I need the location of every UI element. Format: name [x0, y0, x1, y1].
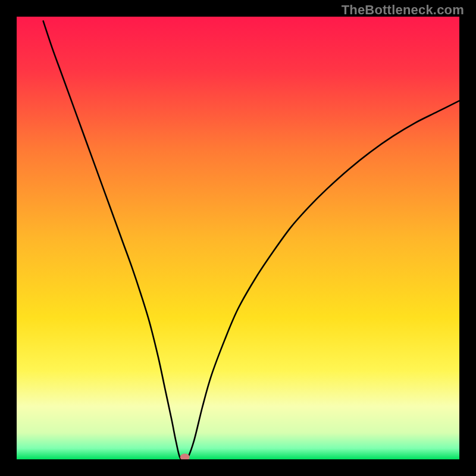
gradient-background [17, 17, 459, 459]
watermark-text: TheBottleneck.com [342, 2, 464, 18]
chart-frame: { "watermark": "TheBottleneck.com", "cha… [0, 0, 476, 476]
optimum-marker [180, 453, 190, 461]
bottleneck-chart [0, 0, 476, 476]
